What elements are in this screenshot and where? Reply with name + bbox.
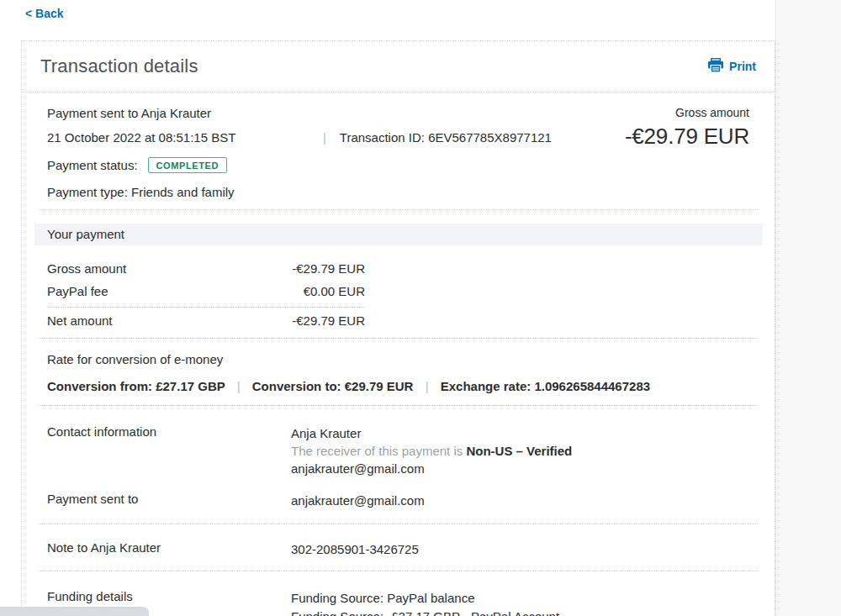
payment-sent-to-value: anjakrauter@gmail.com (291, 492, 749, 509)
conversion-title: Rate for conversion of e-money (47, 352, 749, 366)
conversion-to-label: Conversion to: (252, 379, 341, 393)
transaction-id: Transaction ID: 6EV567785X8977121 (340, 130, 552, 145)
amount-row-fee: PayPal fee €0.00 EUR (47, 284, 365, 299)
bottom-status-bubble (0, 607, 149, 616)
transaction-id-wrap: | Transaction ID: 6EV567785X8977121 (323, 130, 552, 145)
your-payment-rows: Gross amount -€29.79 EUR PayPal fee €0.0… (22, 261, 775, 338)
amount-value: -€29.79 EUR (292, 313, 365, 329)
payment-status-label: Payment status: (47, 158, 138, 172)
receiver-note: The receiver of this payment is Non-US –… (291, 442, 749, 460)
back-link[interactable]: < Back (25, 7, 64, 20)
printer-icon (708, 58, 723, 75)
separator: | (426, 379, 429, 393)
conversion-from-value: £27.17 GBP (152, 379, 225, 393)
exchange-rate-label: Exchange rate: (441, 379, 532, 393)
conversion-section: Rate for conversion of e-money Conversio… (22, 339, 775, 405)
payment-sent-to-label: Payment sent to (47, 492, 291, 509)
contact-name: Anja Krauter (291, 424, 749, 442)
payment-status-row: Payment status: COMPLETED (47, 155, 749, 174)
note-label: Note to Anja Krauter (47, 540, 291, 558)
page-title: Transaction details (40, 55, 198, 77)
card-header: Transaction details Print (22, 41, 775, 92)
divider (39, 209, 758, 210)
transaction-details-card: Transaction details Print Payment sent t… (21, 40, 775, 616)
note-value: 302-2085901-3426725 (291, 540, 749, 558)
separator: | (237, 379, 241, 393)
divider (47, 307, 365, 308)
funding-source-line: Funding Source: -£27.17 GBP - PayPal Acc… (291, 608, 749, 616)
print-label: Print (729, 60, 756, 73)
contact-information-row: Contact information Anja Krauter The rec… (22, 406, 775, 477)
amount-label: Net amount (47, 313, 113, 329)
separator: | (323, 130, 326, 145)
amount-label: Gross amount (47, 261, 126, 276)
receiver-note-prefix: The receiver of this payment is (291, 444, 466, 458)
gross-amount-value: -€29.79 EUR (625, 124, 749, 149)
amount-row-gross: Gross amount -€29.79 EUR (47, 261, 365, 276)
payment-type: Payment type: Friends and family (47, 185, 749, 200)
gross-amount-label: Gross amount (625, 106, 749, 120)
conversion-from-label: Conversion from: (47, 379, 152, 393)
print-button[interactable]: Print (708, 58, 756, 75)
contact-information-value: Anja Krauter The receiver of this paymen… (291, 424, 749, 477)
note-row: Note to Anja Krauter 302-2085901-3426725 (22, 524, 775, 558)
funding-source-line: Funding Source: PayPal balance (291, 589, 749, 608)
conversion-line: Conversion from: £27.17 GBP | Conversion… (47, 379, 749, 394)
amount-value: €0.00 EUR (304, 284, 365, 299)
contact-email: anjakrauter@gmail.com (291, 460, 749, 477)
contact-information-label: Contact information (47, 424, 291, 477)
gross-amount-block: Gross amount -€29.79 EUR (625, 106, 749, 149)
payment-sent-to-row: Payment sent to anjakrauter@gmail.com (22, 477, 775, 509)
amount-label: PayPal fee (47, 284, 108, 299)
exchange-rate-value: 1.096265844467283 (531, 379, 650, 393)
summary-section: Payment sent to Anja Krauter 21 October … (22, 92, 775, 209)
status-badge: COMPLETED (148, 157, 227, 173)
amount-row-net: Net amount -€29.79 EUR (47, 313, 365, 329)
your-payment-header: Your payment (34, 224, 763, 245)
payment-date: 21 October 2022 at 08:51:15 BST (47, 130, 235, 145)
funding-details-value: Funding Source: PayPal balance Funding S… (291, 589, 749, 616)
amount-value: -€29.79 EUR (292, 261, 365, 276)
right-gutter (775, 0, 841, 616)
receiver-verified-status: Non-US – Verified (466, 444, 572, 458)
conversion-to-value: €29.79 EUR (341, 379, 414, 393)
